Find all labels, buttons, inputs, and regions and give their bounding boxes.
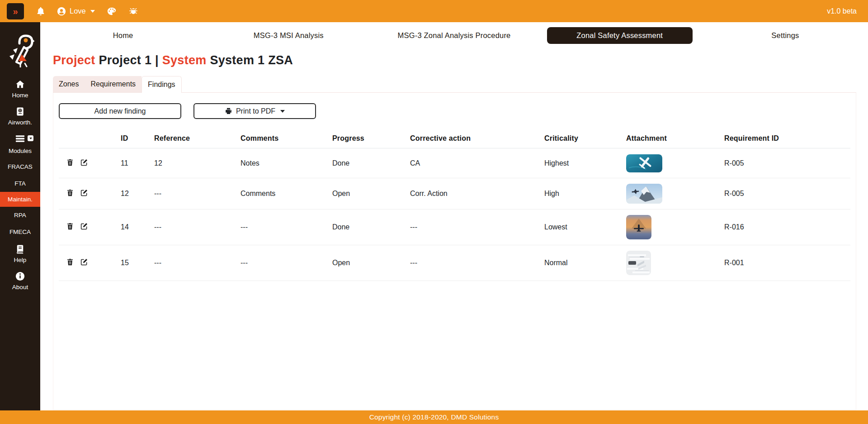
book-icon — [15, 244, 25, 254]
add-new-finding-button[interactable]: Add new finding — [59, 103, 181, 119]
top-nav: Home MSG-3 MSI Analysis MSG-3 Zonal Anal… — [40, 22, 868, 48]
col-attachment: Attachment — [619, 130, 717, 148]
edit-button[interactable] — [80, 158, 88, 167]
print-to-pdf-button[interactable]: Print to PDF — [193, 103, 316, 119]
layout: Home Airworth. Modules FRACAS FTA Mainta… — [0, 22, 868, 410]
sidebar-item-label: Airworth. — [8, 119, 32, 126]
edit-button[interactable] — [80, 189, 88, 197]
sidebar-item-modules[interactable]: Modules — [0, 130, 40, 158]
cell-corrective-action: Corr. Action — [403, 178, 537, 210]
delete-button[interactable] — [66, 258, 74, 266]
col-comments: Comments — [233, 130, 325, 148]
cell-id: 14 — [113, 210, 147, 245]
cell-requirement-id: R-005 — [717, 148, 850, 178]
table-header-row: ID Reference Comments Progress Correctiv… — [59, 130, 850, 148]
nav-item-msg3-msi-analysis[interactable]: MSG-3 MSI Analysis — [254, 31, 324, 40]
page-title: Project Project 1 | System System 1 ZSA — [53, 53, 868, 67]
cell-id: 12 — [113, 178, 147, 210]
cell-comments: Notes — [233, 148, 325, 178]
caret-down-icon — [280, 110, 285, 113]
user-circle-icon — [57, 6, 66, 16]
cell-comments: --- — [233, 245, 325, 281]
tab-findings[interactable]: Findings — [142, 76, 181, 93]
user-menu[interactable]: Love — [57, 6, 95, 16]
attachment-thumbnail-snowy-airfield[interactable] — [626, 251, 651, 275]
cell-criticality: Normal — [537, 245, 619, 281]
tab-requirements[interactable]: Requirements — [85, 76, 142, 92]
trash-icon — [66, 158, 74, 167]
cell-progress: Done — [325, 210, 403, 245]
attachment-thumbnail-jet-and-mountain[interactable] — [626, 184, 662, 204]
cell-progress: Done — [325, 148, 403, 178]
system-value: System 1 ZSA — [210, 53, 293, 67]
sidebar-item-label: FTA — [14, 180, 26, 187]
cell-comments: --- — [233, 210, 325, 245]
sidebar-item-about[interactable]: About — [0, 267, 40, 295]
main-content: Home MSG-3 MSI Analysis MSG-3 Zonal Anal… — [40, 22, 868, 410]
nav-item-msg3-zonal-analysis-procedure[interactable]: MSG-3 Zonal Analysis Procedure — [398, 31, 511, 40]
sidebar-item-fmeca[interactable]: FMECA — [0, 224, 40, 240]
cell-criticality: High — [537, 178, 619, 210]
attachment-thumbnail-plane-sunset-clouds[interactable] — [626, 215, 651, 239]
cell-reference: 12 — [147, 148, 233, 178]
attachment-thumbnail-glider-over-sea[interactable] — [626, 154, 662, 172]
nav-item-home[interactable]: Home — [113, 31, 133, 40]
delete-button[interactable] — [66, 222, 74, 230]
cell-reference: --- — [147, 178, 233, 210]
findings-table-wrap: ID Reference Comments Progress Correctiv… — [59, 130, 850, 281]
project-value: Project 1 — [99, 53, 151, 67]
sidebar-collapse-button[interactable]: » — [7, 3, 24, 19]
col-reference: Reference — [147, 130, 233, 148]
col-criticality: Criticality — [537, 130, 619, 148]
sidebar-item-home[interactable]: Home — [0, 76, 40, 103]
tab-zones[interactable]: Zones — [53, 76, 85, 92]
cell-reference: --- — [147, 245, 233, 281]
edit-button[interactable] — [80, 258, 88, 266]
debug-button[interactable] — [128, 6, 138, 16]
sidebar-item-rpa[interactable]: RPA — [0, 207, 40, 224]
sidebar: Home Airworth. Modules FRACAS FTA Mainta… — [0, 22, 40, 410]
notifications-button[interactable] — [36, 6, 46, 16]
findings-toolbar: Add new finding Print to PDF — [59, 103, 856, 119]
table-row: 11 12 Notes Done CA Highest — [59, 148, 850, 178]
nav-item-zonal-safety-assessment[interactable]: Zonal Safety Assessment — [547, 27, 693, 44]
delete-button[interactable] — [66, 158, 74, 167]
version-label: v1.0 beta — [827, 7, 857, 15]
sidebar-item-maintain[interactable]: Maintain. — [0, 192, 40, 207]
sidebar-item-label: Home — [12, 92, 28, 99]
cell-comments: Comments — [233, 178, 325, 210]
modules-caret-icon[interactable] — [28, 135, 33, 141]
bars-icon — [15, 133, 25, 144]
edit-button[interactable] — [80, 222, 88, 230]
cell-reference: --- — [147, 210, 233, 245]
system-label: System — [162, 53, 207, 67]
passport-icon — [15, 106, 25, 117]
col-corrective-action: Corrective action — [403, 130, 537, 148]
cell-id: 11 — [113, 148, 147, 178]
user-name: Love — [70, 7, 86, 15]
caret-down-icon — [90, 10, 95, 13]
cell-requirement-id: R-016 — [717, 210, 850, 245]
cell-corrective-action: --- — [403, 245, 537, 281]
delete-button[interactable] — [66, 189, 74, 197]
sidebar-item-airworthiness[interactable]: Airworth. — [0, 103, 40, 130]
sidebar-item-fracas[interactable]: FRACAS — [0, 158, 40, 175]
col-progress: Progress — [325, 130, 403, 148]
cell-id: 15 — [113, 245, 147, 281]
sidebar-item-label: Maintain. — [8, 196, 33, 203]
print-to-pdf-label: Print to PDF — [236, 107, 275, 115]
sidebar-item-label: About — [12, 284, 28, 291]
nav-item-settings[interactable]: Settings — [771, 31, 799, 40]
bell-icon — [36, 6, 46, 16]
sidebar-item-help[interactable]: Help — [0, 240, 40, 267]
theme-button[interactable] — [107, 6, 117, 16]
cell-requirement-id: R-001 — [717, 245, 850, 281]
trash-icon — [66, 258, 74, 266]
footer: Copyright (c) 2018-2020, DMD Solutions — [0, 410, 868, 424]
sidebar-item-fta[interactable]: FTA — [0, 175, 40, 192]
title-separator: | — [155, 53, 159, 67]
tab-bar: Zones Requirements Findings — [53, 76, 856, 93]
col-actions — [59, 130, 113, 148]
trash-icon — [66, 189, 74, 197]
edit-icon — [80, 189, 88, 197]
